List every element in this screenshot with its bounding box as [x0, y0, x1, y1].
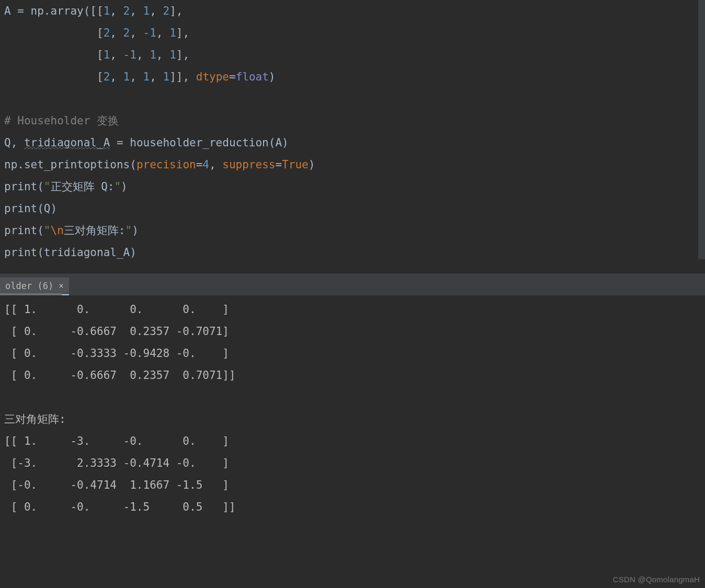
- console-line: [[ 1. -3. -0. 0. ]: [4, 430, 705, 452]
- code-token: ): [309, 158, 315, 171]
- code-token: =: [229, 71, 236, 83]
- code-token: suppress: [222, 158, 275, 171]
- code-line[interactable]: print("\n三对角矩阵:"): [4, 220, 705, 241]
- code-token: np.set_printoptions(: [4, 158, 137, 171]
- code-token: dtype: [196, 71, 229, 83]
- watermark: CSDN @QomolangmaH: [613, 575, 700, 584]
- code-token: tridiagonal_A: [24, 136, 110, 149]
- code-token: [: [4, 27, 104, 39]
- code-line[interactable]: [4, 88, 705, 110]
- code-token: ,: [137, 49, 150, 61]
- console-tab-bar: older (6) ×: [0, 275, 705, 295]
- code-token: ,: [110, 71, 123, 83]
- code-token: print(: [4, 224, 44, 237]
- code-token: 正交矩阵 Q:: [51, 180, 115, 193]
- code-token: 1: [123, 71, 130, 83]
- code-token: ": [44, 180, 51, 193]
- code-line[interactable]: # Householder 变换: [4, 110, 705, 132]
- console-line: 三对角矩阵:: [4, 408, 705, 430]
- code-token: print(: [4, 180, 44, 193]
- tab-label: older (6): [5, 281, 53, 291]
- code-line[interactable]: [2, 2, -1, 1],: [4, 22, 705, 44]
- code-line[interactable]: Q, tridiagonal_A = householder_reduction…: [4, 132, 705, 154]
- code-token: ,: [150, 71, 163, 83]
- tab-bar-scrollbar[interactable]: [0, 293, 62, 295]
- code-token: True: [282, 158, 309, 171]
- code-token: ): [132, 224, 139, 237]
- code-token: 2: [104, 27, 110, 39]
- code-token: [4, 93, 11, 105]
- code-token: Q,: [4, 136, 24, 149]
- code-token: ,: [130, 27, 143, 39]
- console-line: [ 0. -0.3333 -0.9428 -0. ]: [4, 342, 705, 364]
- code-token: ): [121, 180, 128, 193]
- code-line[interactable]: np.set_printoptions(precision=4, suppres…: [4, 154, 705, 176]
- code-token: 1: [143, 71, 150, 83]
- code-token: 1: [104, 49, 110, 61]
- code-token: print(tridiagonal_A): [4, 246, 137, 259]
- code-token: -1: [143, 27, 156, 39]
- console-line: [ 0. -0.6667 0.2357 -0.7071]: [4, 320, 705, 342]
- code-token: \n: [51, 224, 64, 237]
- code-token: ]],: [169, 71, 196, 83]
- code-line[interactable]: print(Q): [4, 198, 705, 220]
- code-token: print(Q): [4, 202, 57, 215]
- code-token: ": [125, 224, 132, 237]
- editor-scrollbar[interactable]: [698, 0, 705, 259]
- code-token: precision: [137, 158, 196, 171]
- code-token: ,: [110, 49, 123, 61]
- console-line: [ 0. -0. -1.5 0.5 ]]: [4, 496, 705, 518]
- code-line[interactable]: print("正交矩阵 Q:"): [4, 176, 705, 198]
- code-token: 1: [169, 27, 176, 39]
- code-token: 2: [163, 5, 170, 17]
- code-token: 1: [163, 71, 170, 83]
- code-token: 4: [202, 158, 209, 171]
- code-token: ,: [150, 5, 163, 17]
- code-token: ],: [176, 49, 189, 61]
- code-token: 2: [123, 27, 130, 39]
- code-token: 2: [104, 71, 110, 83]
- code-line[interactable]: print(tridiagonal_A): [4, 241, 705, 263]
- code-token: ,: [156, 27, 169, 39]
- code-token: 三对角矩阵:: [64, 224, 126, 237]
- code-token: ],: [176, 27, 189, 39]
- console-line: [-0. -0.4714 1.1667 -1.5 ]: [4, 474, 705, 496]
- code-token: 1: [143, 5, 150, 17]
- code-token: [: [4, 71, 104, 83]
- code-token: ,: [209, 158, 222, 171]
- code-token: ": [114, 180, 121, 193]
- code-token: float: [236, 71, 269, 83]
- code-token: = householder_reduction(A): [110, 136, 288, 149]
- code-token: 2: [123, 5, 130, 17]
- code-token: ": [44, 224, 51, 237]
- code-token: 1: [104, 5, 110, 17]
- code-token: ,: [110, 5, 123, 17]
- code-token: =: [196, 158, 203, 171]
- code-token: A = np.array([[: [4, 5, 104, 17]
- console-output[interactable]: [[ 1. 0. 0. 0. ] [ 0. -0.6667 0.2357 -0.…: [0, 295, 705, 518]
- close-icon[interactable]: ×: [58, 282, 65, 290]
- code-token: ,: [110, 27, 123, 39]
- console-line: [ 0. -0.6667 0.2357 0.7071]]: [4, 364, 705, 386]
- code-line[interactable]: [2, 1, 1, 1]], dtype=float): [4, 66, 705, 88]
- code-token: ,: [130, 71, 143, 83]
- code-token: 1: [169, 49, 176, 61]
- code-token: ,: [130, 5, 143, 17]
- code-token: ],: [169, 5, 183, 17]
- code-token: ): [269, 71, 276, 83]
- code-token: =: [275, 158, 282, 171]
- code-token: [: [4, 49, 104, 61]
- code-line[interactable]: A = np.array([[1, 2, 1, 2],: [4, 0, 705, 22]
- code-token: -1: [123, 49, 137, 61]
- console-tab[interactable]: older (6) ×: [0, 278, 69, 295]
- console-line: [4, 386, 705, 408]
- console-line: [-3. 2.3333 -0.4714 -0. ]: [4, 452, 705, 474]
- code-line[interactable]: [1, -1, 1, 1],: [4, 44, 705, 66]
- code-token: # Householder 变换: [4, 114, 119, 127]
- code-token: 1: [150, 49, 156, 61]
- code-editor[interactable]: A = np.array([[1, 2, 1, 2], [2, 2, -1, 1…: [0, 0, 705, 273]
- code-token: ,: [156, 49, 169, 61]
- console-line: [[ 1. 0. 0. 0. ]: [4, 298, 705, 320]
